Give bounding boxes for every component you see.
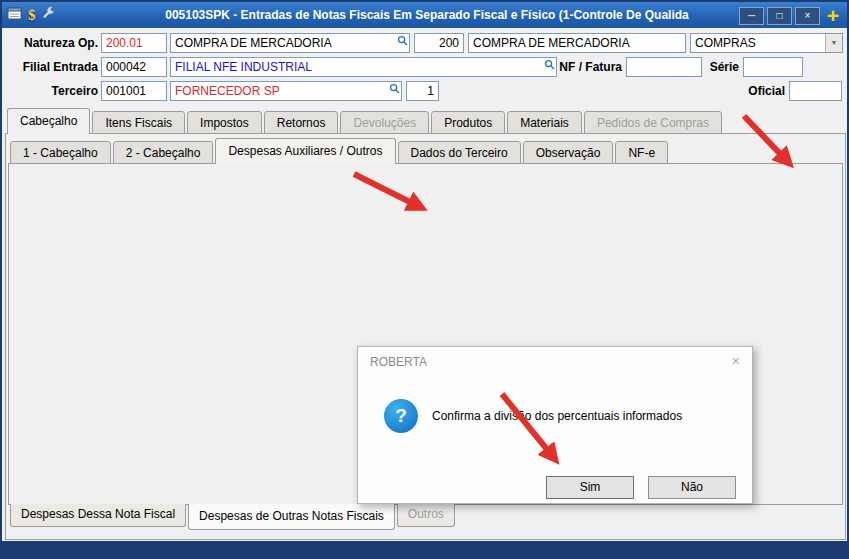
natureza-op-desc2-field[interactable]: COMPRA DE MERCADORIA — [468, 33, 686, 53]
window-controls: ─ □ × + — [739, 6, 843, 26]
tab-despesas-outras-notas[interactable]: Despesas de Outras Notas Fiscais — [188, 504, 395, 530]
serie-label: Série — [692, 58, 739, 77]
bottom-tab-bar: Despesas Dessa Nota Fiscal Despesas de O… — [10, 504, 457, 530]
tab-materiais[interactable]: Materiais — [507, 111, 582, 134]
app-window: $ 005103SPK - Entradas de Notas Fiscais … — [0, 0, 849, 559]
natureza-op-label: Natureza Op. — [6, 34, 98, 53]
terceiro-desc-text: FORNECEDOR SP — [175, 84, 280, 98]
natureza-op-desc-text: COMPRA DE MERCADORIA — [175, 36, 332, 50]
chevron-down-icon[interactable]: ▼ — [825, 34, 842, 52]
tab-despesas-auxiliares[interactable]: Despesas Auxiliares / Outros — [215, 138, 395, 164]
tab-cabecalho[interactable]: Cabeçalho — [7, 108, 90, 134]
dialog-close-icon[interactable]: × — [732, 353, 740, 369]
oficial-label: Oficial — [702, 82, 785, 101]
dialog-message: Confirma a divisão dos percentuais infor… — [432, 408, 732, 424]
filial-entrada-label: Filial Entrada — [6, 58, 98, 77]
money-icon[interactable]: $ — [28, 7, 36, 24]
filial-code-field[interactable]: 000042 — [101, 57, 167, 77]
tab-despesas-dessa-nota[interactable]: Despesas Dessa Nota Fiscal — [10, 504, 186, 527]
tab-observacao[interactable]: Observação — [523, 141, 614, 164]
natureza-op-desc-field[interactable]: COMPRA DE MERCADORIA — [170, 33, 410, 53]
tab-nfe[interactable]: NF-e — [615, 141, 668, 164]
tab-retornos[interactable]: Retornos — [264, 111, 339, 134]
maximize-button[interactable]: □ — [767, 7, 792, 25]
terceiro-desc-field[interactable]: FORNECEDOR SP — [170, 81, 402, 101]
tab-itens-fiscais[interactable]: Itens Fiscais — [92, 111, 185, 134]
titlebar-icons: $ — [7, 6, 56, 24]
natureza-op-code2-field[interactable]: 200 — [414, 33, 464, 53]
main-tab-bar: Cabeçalho Itens Fiscais Impostos Retorno… — [7, 108, 724, 134]
oficial-field[interactable] — [789, 81, 842, 101]
question-icon: ? — [384, 399, 418, 433]
serie-field[interactable] — [743, 57, 803, 77]
natureza-op-code-field[interactable]: 200.01 — [101, 33, 167, 53]
plus-icon[interactable]: + — [823, 6, 843, 26]
natureza-grupo-value: COMPRAS — [695, 36, 756, 50]
search-icon[interactable] — [389, 81, 400, 99]
terceiro-qty-field[interactable]: 1 — [406, 81, 439, 101]
dialog-title: ROBERTA — [370, 355, 427, 369]
close-button[interactable]: × — [795, 7, 820, 25]
minimize-button[interactable]: ─ — [739, 7, 764, 25]
tab-dados-do-terceiro[interactable]: Dados do Terceiro — [398, 141, 521, 164]
nao-button[interactable]: Não — [648, 476, 736, 499]
confirm-dialog: ROBERTA × ? Confirma a divisão dos perce… — [357, 346, 753, 504]
tab-2-cabecalho[interactable]: 2 - Cabeçalho — [113, 141, 214, 164]
terceiro-code-field[interactable]: 001001 — [101, 81, 167, 101]
bottom-strip — [2, 541, 847, 557]
terceiro-label: Terceiro — [6, 82, 98, 101]
nf-fatura-label: NF / Fatura — [547, 58, 622, 77]
tab-1-cabecalho[interactable]: 1 - Cabeçalho — [10, 141, 111, 164]
form-icon[interactable] — [7, 6, 23, 24]
natureza-grupo-combobox[interactable]: COMPRAS ▼ — [690, 33, 843, 53]
search-icon[interactable] — [397, 33, 408, 51]
window-title: 005103SPK - Entradas de Notas Fiscais Em… — [122, 2, 732, 28]
titlebar: $ 005103SPK - Entradas de Notas Fiscais … — [2, 2, 847, 28]
filial-desc-field[interactable]: FILIAL NFE INDUSTRIAL — [170, 57, 557, 77]
tab-pedidos-de-compras: Pedidos de Compras — [584, 111, 722, 134]
tab-devolucoes: Devoluções — [340, 111, 429, 134]
sub-tab-bar: 1 - Cabeçalho 2 - Cabeçalho Despesas Aux… — [10, 139, 670, 164]
sim-button[interactable]: Sim — [546, 476, 634, 499]
nf-fatura-field[interactable] — [626, 57, 702, 77]
wrench-icon[interactable] — [41, 6, 56, 24]
tab-outros: Outros — [397, 504, 455, 527]
tab-impostos[interactable]: Impostos — [187, 111, 262, 134]
tab-produtos[interactable]: Produtos — [431, 111, 505, 134]
filial-desc-text: FILIAL NFE INDUSTRIAL — [175, 60, 312, 74]
